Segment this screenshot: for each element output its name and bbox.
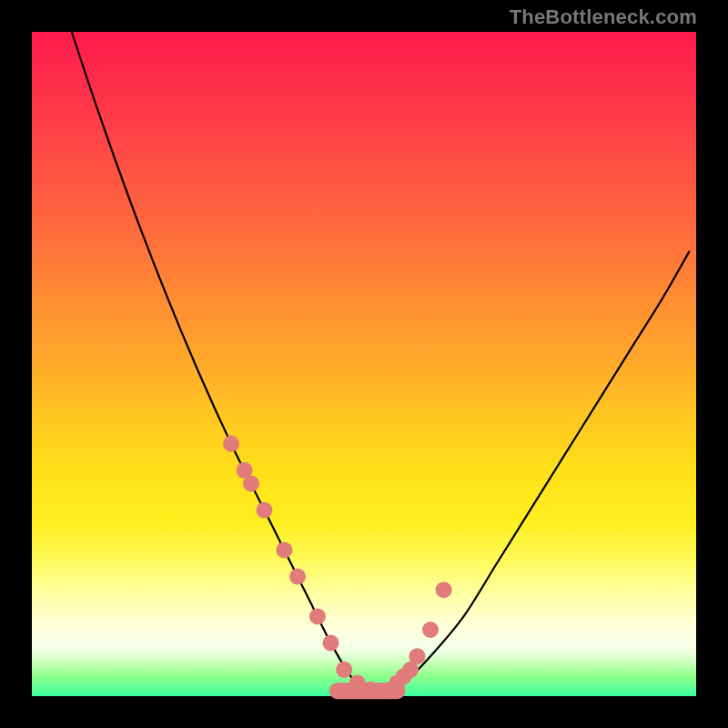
marker-dot — [276, 541, 292, 558]
marker-dot — [309, 608, 326, 624]
marker-dot — [336, 662, 352, 678]
watermark-text: TheBottleneck.com — [510, 5, 697, 29]
marker-dot — [362, 682, 379, 698]
marker-dot — [243, 475, 259, 491]
marker-dot — [422, 622, 439, 638]
curve-markers — [223, 436, 452, 698]
marker-dot — [323, 635, 339, 652]
chart-frame: TheBottleneck.com — [0, 0, 728, 728]
marker-dot — [257, 502, 273, 519]
bottleneck-curve-path — [72, 32, 690, 691]
marker-dot — [409, 648, 425, 664]
marker-dot — [223, 436, 239, 452]
curve-line — [72, 32, 690, 691]
marker-dot — [436, 581, 452, 598]
plot-area — [32, 32, 696, 696]
curve-svg — [32, 32, 696, 696]
marker-dot — [289, 569, 306, 585]
